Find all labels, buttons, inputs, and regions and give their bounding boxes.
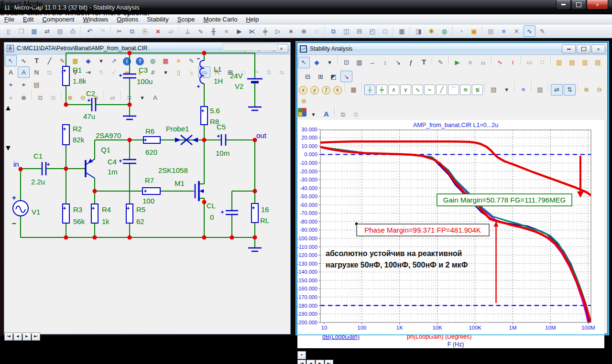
- animate-options-icon[interactable]: ✱: [426, 25, 437, 37]
- low-find-icon[interactable]: ≈: [424, 85, 435, 95]
- print-preview-icon[interactable]: ▤: [54, 25, 66, 37]
- optimizer-tools-icon[interactable]: ✕: [511, 25, 523, 37]
- formula-text-icon[interactable]: ƒ: [405, 57, 417, 68]
- clipboard-copy-icon[interactable]: ▤: [488, 84, 500, 96]
- capacitor-part-icon[interactable]: ╫: [208, 25, 219, 37]
- resistor-part-icon[interactable]: ∿: [195, 25, 207, 37]
- numeric-values-icon[interactable]: ▤: [534, 84, 546, 96]
- first-page-icon[interactable]: I◀: [297, 360, 306, 364]
- stripe-3-icon[interactable]: ▥: [579, 57, 591, 68]
- go-to-performance-icon[interactable]: ƒ: [322, 86, 330, 95]
- edit-limits-icon[interactable]: ▦: [348, 84, 360, 96]
- object-caret-icon[interactable]: ▾: [324, 57, 336, 68]
- calculator-icon[interactable]: ▦: [396, 25, 408, 37]
- restore-button[interactable]: [571, 0, 586, 10]
- analysis-plot-icon[interactable]: ∿: [524, 25, 536, 37]
- cursor-left-branch-icon[interactable]: ⊟: [302, 71, 314, 82]
- tile-vertical-icon[interactable]: ◫: [340, 25, 352, 37]
- select-region-icon[interactable]: ▱: [165, 25, 177, 37]
- data-points-icon[interactable]: ∿: [494, 57, 506, 68]
- send-back-icon[interactable]: ⧉: [350, 108, 362, 120]
- pulse-source-part-icon[interactable]: ◌: [311, 25, 323, 37]
- analysis-restore-button[interactable]: [577, 44, 590, 54]
- graph-object-icon[interactable]: ◆: [311, 57, 323, 68]
- ic-part-icon[interactable]: ╪: [259, 25, 271, 37]
- stripe-4-icon[interactable]: ▤: [592, 57, 604, 68]
- cursor-right-branch-icon[interactable]: ⊞: [315, 71, 327, 82]
- ruler-box-icon[interactable]: ▭: [524, 57, 536, 68]
- source-part-icon[interactable]: ⊕: [298, 25, 310, 37]
- inflection-find-icon[interactable]: ⌒: [448, 85, 459, 95]
- global-low-icon[interactable]: ≶: [472, 85, 483, 95]
- plot-dropdown-icon[interactable]: ▾: [297, 351, 306, 359]
- bring-front-icon[interactable]: ⧉: [337, 108, 349, 120]
- new-circuit-icon[interactable]: ▯: [2, 25, 14, 37]
- inductor-part-icon[interactable]: ≈: [220, 25, 232, 37]
- pin-part-icon[interactable]: ∗: [285, 25, 297, 37]
- zoom-rectangle-icon[interactable]: ⊡: [340, 57, 352, 68]
- schematic-canvas[interactable]: R1 1.8k C3 100u C2 47u R2 82k 2SA970 Q1 …: [4, 104, 286, 332]
- schematic-labels[interactable]: R1 1.8k C3 100u C2 47u R2 82k 2SA970 Q1 …: [12, 65, 269, 227]
- active-region-icon[interactable]: ▣: [468, 25, 480, 37]
- zoom-out-icon[interactable]: ⊖: [593, 84, 605, 96]
- analysis-close-button[interactable]: ×: [591, 44, 605, 54]
- split-window-icon[interactable]: ◰: [366, 25, 378, 37]
- stripe-1-icon[interactable]: ▥: [553, 57, 565, 68]
- go-to-x-icon[interactable]: x: [299, 86, 307, 95]
- palette-caret-icon[interactable]: ▾: [307, 108, 319, 120]
- high-find-icon[interactable]: ∿: [412, 85, 423, 95]
- zoom-auto-icon[interactable]: ⊚: [298, 96, 310, 107]
- cascade-windows-icon[interactable]: ⧉: [328, 25, 339, 37]
- analysis-minimize-button[interactable]: [562, 44, 576, 54]
- token-markers-icon[interactable]: ≀: [507, 57, 519, 68]
- cursor-select-icon[interactable]: ┼: [364, 85, 375, 95]
- last-page-icon[interactable]: ▶I: [325, 360, 333, 364]
- font-select-icon[interactable]: A: [320, 108, 332, 119]
- revert-file-icon[interactable]: ⇄: [41, 25, 53, 37]
- valley-find-icon[interactable]: ∨: [400, 85, 411, 95]
- probe-last-icon[interactable]: ◔: [455, 25, 467, 37]
- color-palette-icon[interactable]: [298, 108, 306, 117]
- plot-properties-icon[interactable]: ✎: [536, 25, 548, 37]
- save-file-icon[interactable]: ▦: [28, 25, 40, 37]
- analysis-window-titlebar[interactable]: Stability Analysis ×: [297, 43, 607, 55]
- open-file-icon[interactable]: ❒: [15, 25, 27, 37]
- pause-analysis-icon[interactable]: ▮▮: [477, 58, 489, 69]
- undo-icon[interactable]: ↶: [84, 25, 96, 37]
- run-analysis-icon[interactable]: ▶: [451, 57, 463, 68]
- clipboard-caret-icon[interactable]: ▾: [501, 84, 513, 96]
- plot-properties-icon[interactable]: ✎: [435, 57, 447, 68]
- tag-mode-icon[interactable]: ↘: [392, 57, 404, 68]
- go-to-y-icon[interactable]: y: [310, 86, 319, 95]
- slope-find-icon[interactable]: ╱: [436, 85, 447, 95]
- paste-icon[interactable]: ⎘: [139, 25, 151, 37]
- plot-area[interactable]: Gain Margin=50.778 FG=111.796MEGPhase Ma…: [297, 120, 605, 349]
- delete-icon[interactable]: ×: [152, 25, 164, 37]
- text-mode-icon[interactable]: T: [418, 56, 430, 68]
- cut-icon[interactable]: ✂: [113, 25, 125, 37]
- prev-page-icon[interactable]: ◀: [306, 360, 315, 364]
- vertical-scale-icon[interactable]: ↕: [379, 57, 391, 68]
- scale-mode-icon[interactable]: ▥: [353, 57, 365, 68]
- stripe-2-icon[interactable]: ▤: [566, 57, 578, 68]
- component-panel-icon[interactable]: ◨: [413, 25, 425, 37]
- tag-measurement-icon[interactable]: ≡: [333, 86, 342, 95]
- cursor-mode-icon[interactable]: ↔: [366, 57, 378, 68]
- global-high-icon[interactable]: ≋: [460, 85, 471, 95]
- first-page-icon[interactable]: I◀: [4, 332, 13, 341]
- flip-horizontal-icon[interactable]: ⇆: [276, 66, 288, 78]
- tab-info[interactable]: Info: [60, 341, 73, 349]
- next-page-icon[interactable]: ▶: [22, 332, 31, 341]
- auto-scale-horizontal-icon[interactable]: ⇄: [551, 84, 563, 96]
- hscroll-left-icon[interactable]: ◀: [4, 349, 11, 357]
- zoom-in-icon[interactable]: ⊕: [580, 84, 592, 96]
- last-page-icon[interactable]: ▶I: [32, 332, 40, 341]
- auto-scale-vertical-icon[interactable]: ⇅: [564, 84, 576, 96]
- stepping-icon[interactable]: ≡: [498, 25, 510, 37]
- cursor-next-icon[interactable]: ╪: [376, 85, 387, 95]
- peak-find-icon[interactable]: ∧: [388, 85, 399, 95]
- prev-page-icon[interactable]: ◀: [13, 332, 22, 341]
- tile-horizontal-icon[interactable]: ⊟: [353, 25, 365, 37]
- numeric-output-icon[interactable]: ≡: [517, 84, 529, 96]
- schematic-hscroll-track[interactable]: [222, 43, 278, 51]
